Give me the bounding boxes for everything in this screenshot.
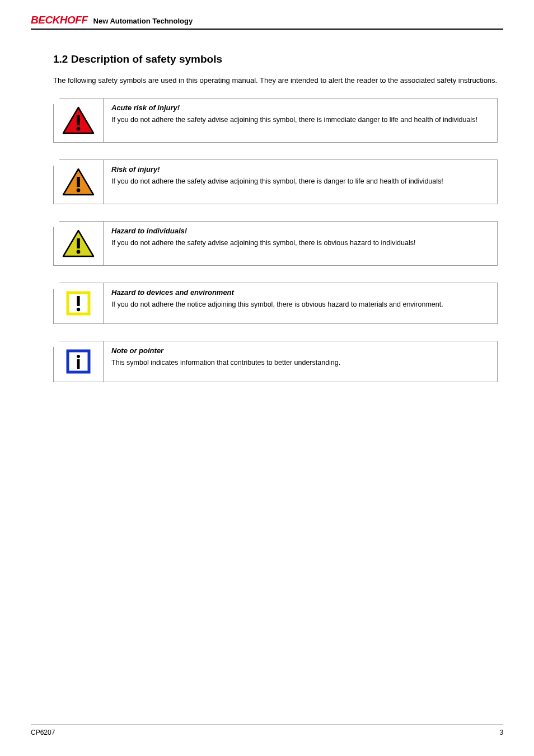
notice-body: If you do not adhere the safety advise a… [111, 177, 489, 187]
notice-text: Note or pointer This symbol indicates in… [104, 341, 498, 382]
brand-tagline: New Automation Technology [93, 17, 193, 25]
section-heading: 1.2 Description of safety symbols [53, 53, 503, 65]
notice-danger: Acute risk of injury! If you do not adhe… [53, 98, 503, 143]
brand-logo: BECKHOFF [31, 14, 88, 26]
notice-title: Hazard to individuals! [111, 226, 489, 236]
notice-attention: Hazard to devices and environment If you… [53, 283, 503, 324]
page-header: BECKHOFF New Automation Technology [31, 14, 503, 30]
danger-triangle-icon [62, 106, 95, 134]
notice-title: Note or pointer [111, 346, 489, 356]
svg-point-11 [77, 308, 80, 311]
caution-triangle-icon [62, 229, 95, 257]
notice-title: Risk of injury! [111, 165, 489, 175]
notice-text: Hazard to devices and environment If you… [104, 283, 498, 324]
svg-rect-14 [77, 359, 80, 369]
attention-square-icon [66, 291, 91, 316]
warning-triangle-icon [62, 168, 95, 196]
icon-cell [53, 283, 104, 324]
svg-point-13 [77, 355, 80, 358]
svg-point-5 [77, 189, 81, 192]
icon-cell [53, 159, 104, 204]
svg-rect-7 [77, 238, 80, 248]
notice-text: Risk of injury! If you do not adhere the… [104, 159, 498, 204]
svg-rect-1 [77, 115, 80, 125]
page-footer: CP6207 3 [31, 725, 503, 736]
icon-cell [53, 341, 104, 382]
svg-point-2 [77, 127, 81, 131]
notice-caution: Hazard to individuals! If you do not adh… [53, 221, 503, 266]
notice-text: Acute risk of injury! If you do not adhe… [104, 98, 498, 143]
notice-warning: Risk of injury! If you do not adhere the… [53, 159, 503, 204]
footer-left: CP6207 [31, 729, 55, 736]
info-square-icon [66, 349, 91, 374]
footer-right: 3 [499, 729, 503, 736]
section-intro: The following safety symbols are used in… [53, 76, 503, 86]
svg-point-8 [77, 250, 81, 254]
notice-body: If you do not adhere the safety advise a… [111, 238, 489, 248]
notice-info: Note or pointer This symbol indicates in… [53, 341, 503, 382]
notice-body: If you do not adhere the safety advise a… [111, 115, 489, 125]
icon-cell [53, 98, 104, 143]
notice-title: Hazard to devices and environment [111, 288, 489, 298]
icon-cell [53, 221, 104, 266]
notice-title: Acute risk of injury! [111, 103, 489, 113]
notice-body: If you do not adhere the notice adjoinin… [111, 300, 489, 310]
svg-rect-4 [77, 177, 80, 187]
notice-text: Hazard to individuals! If you do not adh… [104, 221, 498, 266]
svg-rect-10 [77, 296, 79, 306]
notice-body: This symbol indicates information that c… [111, 358, 489, 368]
